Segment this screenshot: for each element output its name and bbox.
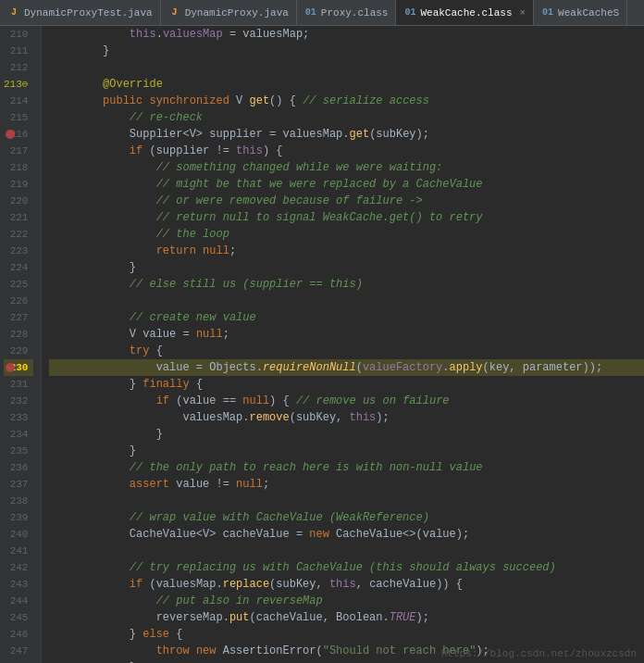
- code-line-229: try {: [49, 343, 644, 359]
- line-number: 237: [4, 476, 33, 493]
- line-number: 245: [4, 609, 33, 626]
- line-number: 230: [4, 359, 33, 376]
- tab-weakcache-class[interactable]: 01 WeakCache.class ×: [396, 0, 534, 26]
- code-line-223: return null;: [49, 243, 644, 259]
- code-line-214: public synchronized V get() { // seriali…: [49, 93, 644, 109]
- line-number: 212: [4, 59, 33, 76]
- tab-weakcaches[interactable]: 01 WeakCacheS: [534, 0, 627, 26]
- java-icon: J: [168, 6, 181, 19]
- line-numbers: 210 211 212 213⊖ 214 215 216 217 218 219…: [0, 26, 42, 663]
- line-number: 220: [4, 193, 33, 209]
- line-number: 210: [4, 26, 33, 43]
- editor-container: 210 211 212 213⊖ 214 215 216 217 218 219…: [0, 26, 644, 663]
- close-icon[interactable]: ×: [520, 7, 526, 19]
- line-number: 229: [4, 343, 33, 359]
- code-line-242: // try replacing us with CacheValue (thi…: [49, 559, 644, 576]
- line-number: 243: [4, 576, 33, 593]
- line-number: 240: [4, 526, 33, 543]
- code-line-237: assert value != null;: [49, 476, 644, 493]
- class-icon: 01: [403, 6, 416, 19]
- tab-label: WeakCache.class: [420, 7, 512, 19]
- code-line-215: // re-check: [49, 109, 644, 126]
- code-line-241: [49, 543, 644, 559]
- code-line-232: if (value == null) { // remove us on fai…: [49, 393, 644, 409]
- code-line-230: value = Objects.requireNonNull(valueFact…: [49, 359, 644, 376]
- line-number: 238: [4, 493, 33, 509]
- code-line-217: if (supplier != this) {: [49, 143, 644, 159]
- tab-proxy-class[interactable]: 01 Proxy.class: [297, 0, 397, 26]
- code-line-225: // else still us (supplier == this): [49, 276, 644, 293]
- line-number: 213⊖: [4, 76, 33, 93]
- line-number: 233: [4, 409, 33, 426]
- code-line-245: reverseMap.put(cacheValue, Boolean.TRUE)…: [49, 609, 644, 626]
- java-icon: J: [7, 6, 20, 19]
- line-number: 231: [4, 376, 33, 393]
- code-line-226: [49, 293, 644, 309]
- code-line-228: V value = null;: [49, 326, 644, 343]
- code-line-221: // return null to signal WeakCache.get()…: [49, 209, 644, 226]
- code-line-224: }: [49, 259, 644, 276]
- code-line-212: [49, 59, 644, 76]
- tab-dynamicproxytest[interactable]: J DynamicProxyTest.java: [0, 0, 161, 26]
- line-number: 215: [4, 109, 33, 126]
- line-number: 214: [4, 93, 33, 109]
- line-number: 222: [4, 226, 33, 243]
- tab-label: DynamicProxy.java: [185, 7, 289, 19]
- tab-bar: J DynamicProxyTest.java J DynamicProxy.j…: [0, 0, 644, 26]
- code-line-238: [49, 493, 644, 509]
- tab-label: DynamicProxyTest.java: [24, 7, 153, 19]
- line-number: 226: [4, 293, 33, 309]
- class-icon: 01: [304, 6, 317, 19]
- code-line-210: this.valuesMap = valuesMap;: [49, 26, 644, 43]
- code-line-213: @Override: [49, 76, 644, 93]
- line-number: 232: [4, 393, 33, 409]
- tab-dynamicproxy[interactable]: J DynamicProxy.java: [161, 0, 297, 26]
- tab-label: Proxy.class: [321, 7, 389, 19]
- line-number: 242: [4, 559, 33, 576]
- code-line-239: // wrap value with CacheValue (WeakRefer…: [49, 509, 644, 526]
- code-line-233: valuesMap.remove(subKey, this);: [49, 409, 644, 426]
- code-line-222: // the loop: [49, 226, 644, 243]
- code-line-227: // create new value: [49, 309, 644, 326]
- code-line-240: CacheValue<V> cacheValue = new CacheValu…: [49, 526, 644, 543]
- line-number: 239: [4, 509, 33, 526]
- line-number: 223: [4, 243, 33, 259]
- code-line-211: }: [49, 43, 644, 59]
- code-line-234: }: [49, 426, 644, 443]
- line-number: 234: [4, 426, 33, 443]
- code-line-246: } else {: [49, 626, 644, 643]
- code-line-231: } finally {: [49, 376, 644, 393]
- tab-label: WeakCacheS: [558, 7, 619, 19]
- line-number: 225: [4, 276, 33, 293]
- code-line-219: // might be that we were replaced by a C…: [49, 176, 644, 193]
- line-number: 216: [4, 126, 33, 143]
- code-line-216: Supplier<V> supplier = valuesMap.get(sub…: [49, 126, 644, 143]
- class-icon: 01: [541, 6, 554, 19]
- watermark: https://blog.csdn.net/zhouxzcsdn: [441, 648, 637, 659]
- code-line-236: // the only path to reach here is with n…: [49, 459, 644, 476]
- code-line-248: }: [49, 659, 644, 663]
- code-line-244: // put also in reverseMap: [49, 593, 644, 609]
- code-line-235: }: [49, 443, 644, 459]
- line-number: 228: [4, 326, 33, 343]
- line-number: 221: [4, 209, 33, 226]
- code-line-220: // or were removed because of failure ->: [49, 193, 644, 209]
- code-line-243: if (valuesMap.replace(subKey, this, cach…: [49, 576, 644, 593]
- line-number: 219: [4, 176, 33, 193]
- line-number: 217: [4, 143, 33, 159]
- line-number: 247: [4, 643, 33, 659]
- line-number: 218: [4, 159, 33, 176]
- code-line-218: // something changed while we were waiti…: [49, 159, 644, 176]
- line-number: 248: [4, 659, 33, 663]
- line-number: 246: [4, 626, 33, 643]
- line-number: 211: [4, 43, 33, 59]
- code-area[interactable]: this.valuesMap = valuesMap; } @Override …: [42, 26, 644, 663]
- line-number: 241: [4, 543, 33, 559]
- line-number: 227: [4, 309, 33, 326]
- line-number: 224: [4, 259, 33, 276]
- line-number: 236: [4, 459, 33, 476]
- line-number: 244: [4, 593, 33, 609]
- line-number: 235: [4, 443, 33, 459]
